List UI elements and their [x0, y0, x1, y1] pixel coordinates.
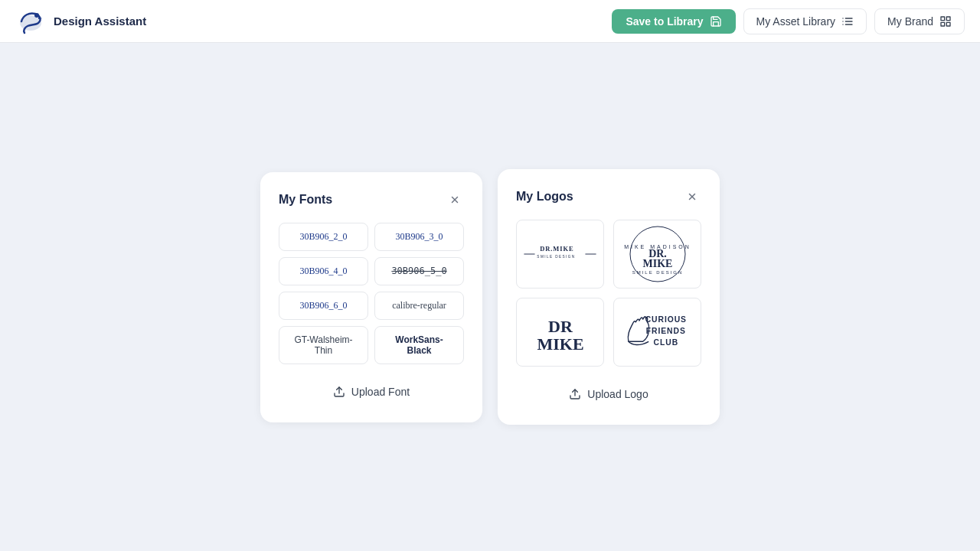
- save-to-library-button[interactable]: Save to Library: [612, 9, 735, 34]
- logo-item-2[interactable]: MIKE MADISON DR. MIKE SMILE DESIGN: [613, 220, 701, 289]
- brand-label: My Brand: [887, 15, 933, 28]
- logo-item-4[interactable]: CURIOUS FRIENDS CLUB: [613, 298, 701, 367]
- svg-text:CURIOUS: CURIOUS: [645, 315, 687, 323]
- font-item-6[interactable]: calibre-regular: [374, 292, 464, 320]
- svg-text:SMILE DESIGN: SMILE DESIGN: [537, 255, 575, 259]
- save-icon: [710, 15, 722, 28]
- svg-text:DR.MIKE: DR.MIKE: [540, 245, 573, 253]
- my-brand-button[interactable]: My Brand: [874, 8, 965, 34]
- header-left: Design Assistant: [15, 6, 146, 37]
- svg-text:SMILE DESIGN: SMILE DESIGN: [632, 270, 683, 275]
- font-item-4[interactable]: 30B906_5_0: [374, 257, 464, 285]
- main-content: My Fonts 30B906_2_0 30B906_3_0 30B906_4_…: [0, 43, 980, 551]
- svg-text:DR: DR: [548, 317, 573, 336]
- font-item-3[interactable]: 30B906_4_0: [279, 257, 368, 285]
- svg-rect-11: [946, 22, 950, 26]
- svg-rect-9: [946, 17, 950, 21]
- svg-text:MIKE: MIKE: [642, 258, 672, 269]
- app-logo-icon: [15, 6, 46, 37]
- svg-text:MIKE: MIKE: [537, 334, 583, 354]
- upload-logo-button[interactable]: Upload Logo: [516, 382, 701, 406]
- font-item-5[interactable]: 30B906_6_0: [279, 292, 368, 320]
- svg-text:FRIENDS: FRIENDS: [646, 326, 686, 334]
- font-item-7[interactable]: GT-Walsheim-Thin: [279, 326, 368, 364]
- logo-item-3[interactable]: DR MIKE: [516, 298, 604, 367]
- logo-grid: DR.MIKE SMILE DESIGN MIKE MADISON DR. MI…: [516, 220, 701, 367]
- app-header: Design Assistant Save to Library My Asse…: [0, 0, 980, 43]
- app-title: Design Assistant: [54, 15, 146, 28]
- font-item-1[interactable]: 30B906_2_0: [279, 223, 368, 251]
- upload-logo-label: Upload Logo: [587, 388, 648, 400]
- dr-mike-horizontal-svg: DR.MIKE SMILE DESIGN: [517, 235, 603, 273]
- dr-mike-bold-svg: DR MIKE: [522, 300, 599, 365]
- dr-mike-circle-svg: MIKE MADISON DR. MIKE SMILE DESIGN: [623, 222, 692, 287]
- header-right: Save to Library My Asset Library My Bran…: [612, 8, 965, 34]
- svg-text:CLUB: CLUB: [654, 337, 679, 346]
- fonts-panel-header: My Fonts: [279, 191, 464, 209]
- font-item-8[interactable]: WorkSans-Black: [374, 326, 464, 364]
- font-item-2[interactable]: 30B906_3_0: [374, 223, 464, 251]
- close-icon: [687, 191, 697, 202]
- fonts-panel-close-button[interactable]: [446, 191, 464, 209]
- my-asset-library-button[interactable]: My Asset Library: [743, 8, 867, 34]
- close-icon: [449, 194, 460, 205]
- fonts-panel-title: My Fonts: [279, 193, 332, 207]
- svg-rect-8: [941, 17, 945, 21]
- upload-icon: [333, 386, 345, 398]
- upload-font-label: Upload Font: [351, 386, 410, 398]
- logos-panel: My Logos DR.MIKE SMILE DESIGN: [498, 169, 720, 425]
- svg-rect-10: [941, 22, 945, 26]
- fonts-panel: My Fonts 30B906_2_0 30B906_3_0 30B906_4_…: [260, 172, 482, 422]
- logos-panel-close-button[interactable]: [683, 187, 701, 206]
- font-grid: 30B906_2_0 30B906_3_0 30B906_4_0 30B906_…: [279, 223, 464, 364]
- save-btn-label: Save to Library: [626, 15, 703, 28]
- brand-icon: [939, 15, 952, 28]
- upload-font-button[interactable]: Upload Font: [279, 380, 464, 404]
- asset-library-label: My Asset Library: [756, 15, 835, 28]
- logos-panel-header: My Logos: [516, 187, 701, 206]
- curious-friends-svg: CURIOUS FRIENDS CLUB: [614, 300, 701, 365]
- list-icon: [841, 15, 854, 28]
- upload-icon: [569, 388, 581, 400]
- logo-item-1[interactable]: DR.MIKE SMILE DESIGN: [516, 220, 604, 289]
- logos-panel-title: My Logos: [516, 190, 573, 204]
